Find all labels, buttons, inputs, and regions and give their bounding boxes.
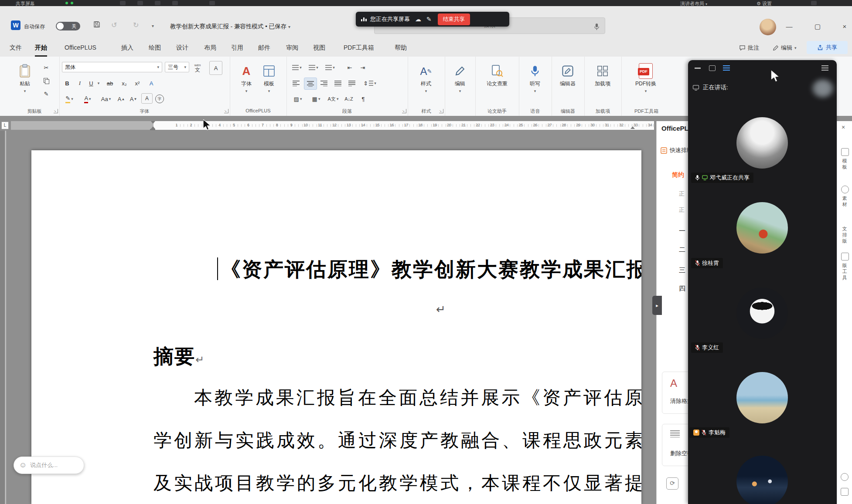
paragraph-dialog-launcher[interactable]: ↘ xyxy=(402,109,406,113)
first-line-indent-marker[interactable] xyxy=(151,121,155,124)
chevron-down-icon[interactable]: ▾ xyxy=(152,24,154,28)
copy-button[interactable] xyxy=(41,75,51,86)
templates-icon[interactable] xyxy=(841,148,849,156)
font-color-button[interactable]: A▾ xyxy=(80,93,95,105)
strip-item-label[interactable]: 模板 xyxy=(842,158,848,170)
strikethrough-button[interactable]: ab xyxy=(104,78,116,89)
underline-dropdown[interactable]: ▾ xyxy=(96,78,101,89)
format-painter-button[interactable]: ✎ xyxy=(41,88,51,99)
participant-tile[interactable]: 徐桂霄 xyxy=(688,202,837,287)
right-indent-marker[interactable] xyxy=(630,126,635,129)
enclose-characters-button[interactable]: 字 xyxy=(154,93,165,105)
left-scrollbar[interactable] xyxy=(5,131,6,504)
shrink-font-button[interactable]: A▼ xyxy=(128,93,139,105)
phonetic-guide-button[interactable]: wén 文 xyxy=(190,61,205,74)
pane-close-icon[interactable]: × xyxy=(842,124,845,131)
tab-design[interactable]: 设计 xyxy=(176,38,188,57)
toolbar-icon[interactable] xyxy=(137,1,143,5)
participant-tile[interactable]: 邓弋威正在共享 xyxy=(688,117,837,202)
tab-mailings[interactable]: 邮件 xyxy=(258,38,270,57)
tab-home[interactable]: 开始 xyxy=(35,38,47,57)
addins-button[interactable]: 加载项 xyxy=(589,61,617,103)
annotate-icon[interactable]: ✎ xyxy=(426,16,432,23)
tab-file[interactable]: 文件 xyxy=(10,38,22,57)
outline-item[interactable]: 四 xyxy=(679,284,685,293)
font-size-select[interactable]: 三号▾ xyxy=(165,62,189,72)
maximize-button[interactable]: ▢ xyxy=(810,20,825,33)
character-shading-button[interactable]: A xyxy=(141,93,153,104)
tab-review[interactable]: 审阅 xyxy=(286,38,298,57)
bullets-button[interactable]: ▾ xyxy=(290,62,304,73)
increase-indent-button[interactable]: ⇥ xyxy=(357,62,368,73)
end-share-button[interactable]: 结束共享 xyxy=(438,14,470,25)
sort-button[interactable]: A↓Z xyxy=(342,93,355,105)
highlight-color-button[interactable]: ✎▾ xyxy=(62,93,77,105)
bold-button[interactable]: B xyxy=(62,78,72,89)
microphone-icon[interactable] xyxy=(594,21,600,36)
layout-tools-icon[interactable] xyxy=(841,253,849,260)
tab-insert[interactable]: 插入 xyxy=(121,38,133,57)
tab-help[interactable]: 帮助 xyxy=(395,38,407,57)
decrease-indent-button[interactable]: ⇤ xyxy=(344,62,355,73)
justify-button[interactable] xyxy=(332,78,344,89)
participant-tile[interactable]: 李义红 xyxy=(688,288,837,372)
numbering-button[interactable]: ▾ xyxy=(307,62,320,73)
settings-button[interactable]: ⚙ 设置 xyxy=(757,0,772,6)
chat-input[interactable]: ☺ 说点什么... xyxy=(14,457,84,474)
character-border-button[interactable]: A xyxy=(209,61,222,75)
panel-menu-icon[interactable] xyxy=(821,65,828,71)
panel-layout-icon[interactable] xyxy=(723,65,730,71)
autosave-toggle[interactable]: 关 xyxy=(56,22,80,30)
minimize-button[interactable]: — xyxy=(782,20,797,33)
toolbar-icon[interactable] xyxy=(155,1,160,5)
strip-item-label[interactable]: 素材 xyxy=(842,195,848,207)
edit-button[interactable]: 编辑▾ xyxy=(448,61,472,103)
paste-button[interactable]: 粘贴 ▾ xyxy=(13,61,37,103)
outline-item[interactable]: 二 xyxy=(679,246,685,254)
assets-icon[interactable] xyxy=(841,186,849,193)
font-name-select[interactable]: 黑体▾ xyxy=(62,62,162,72)
tab-draw[interactable]: 绘图 xyxy=(149,38,161,57)
officeplus-template-button[interactable]: 模板▾ xyxy=(259,61,279,103)
asian-layout-button[interactable]: A文▾ xyxy=(327,93,340,105)
strip-bottom-icon[interactable] xyxy=(841,473,849,481)
toolbar-icon[interactable] xyxy=(811,1,817,5)
share-button[interactable]: 共享 xyxy=(807,41,848,54)
align-left-button[interactable] xyxy=(290,78,302,89)
pane-expand-handle[interactable]: ▸ xyxy=(652,296,662,315)
borders-button[interactable]: ▦▾ xyxy=(308,93,324,105)
save-icon[interactable] xyxy=(93,21,100,30)
change-case-button[interactable]: Aa▾ xyxy=(99,93,113,105)
officeplus-font-button[interactable]: A 字体▾ xyxy=(236,61,257,103)
document-page[interactable]: 《资产评估原理》教学创新大赛教学成果汇报 ↵ 摘要↵ 本教学成果汇报旨在全面总结… xyxy=(31,150,641,504)
word-logo[interactable]: W xyxy=(11,20,20,30)
outline-item[interactable]: 一 xyxy=(679,227,685,235)
superscript-button[interactable]: x² xyxy=(132,78,143,89)
font-dialog-launcher[interactable]: ↘ xyxy=(224,109,228,113)
dictate-button[interactable]: 听写▾ xyxy=(522,61,548,103)
text-effects-button[interactable]: A xyxy=(146,78,157,89)
paper-check-button[interactable]: 论文查重 xyxy=(480,61,515,103)
underline-button[interactable]: U xyxy=(86,78,96,89)
styles-dialog-launcher[interactable]: ↘ xyxy=(439,109,443,113)
cloud-icon[interactable]: ☁ xyxy=(415,16,421,23)
toolbar-icon[interactable] xyxy=(120,1,126,5)
distribute-button[interactable] xyxy=(346,78,358,89)
participant-tile[interactable] xyxy=(688,456,837,504)
tab-view[interactable]: 视图 xyxy=(313,38,325,57)
panel-minimize-icon[interactable] xyxy=(695,68,701,69)
pane-tool-icon[interactable]: ⟳ xyxy=(666,477,678,490)
italic-button[interactable]: I xyxy=(75,78,85,89)
user-avatar[interactable] xyxy=(760,19,776,35)
toolbar-icon[interactable] xyxy=(172,1,178,5)
participant-tile[interactable]: 李魁梅 xyxy=(688,372,837,457)
pdf-convert-button[interactable]: PDF PDF转换▾ xyxy=(627,61,664,103)
tab-selector[interactable]: L xyxy=(1,122,9,129)
subscript-button[interactable]: x₂ xyxy=(119,78,130,89)
editor-button[interactable]: 编辑器 xyxy=(555,61,580,103)
tab-officeplus[interactable]: OfficePLUS xyxy=(65,38,96,57)
undo-icon[interactable]: ↺ xyxy=(111,21,117,29)
grow-font-button[interactable]: A▲ xyxy=(116,93,126,105)
line-spacing-button[interactable]: ⇕▾ xyxy=(361,78,378,89)
tab-pdf-toolbox[interactable]: PDF工具箱 xyxy=(344,38,374,57)
